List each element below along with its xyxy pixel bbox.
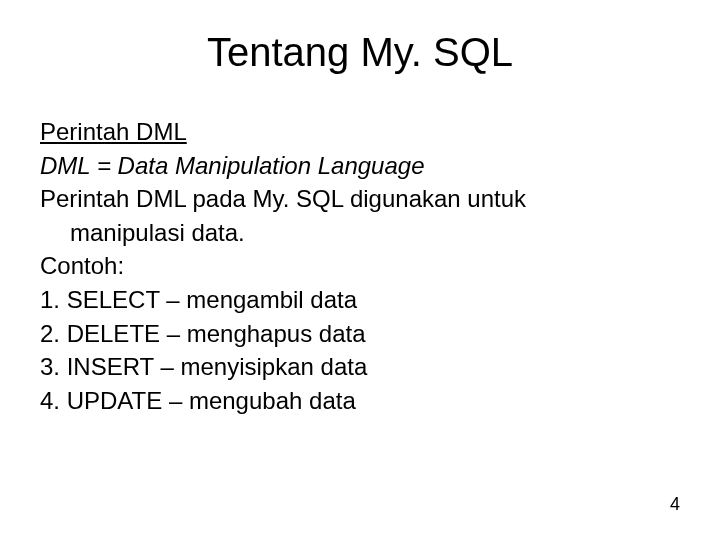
- slide-content: Perintah DML DML = Data Manipulation Lan…: [40, 115, 680, 417]
- slide-title: Tentang My. SQL: [40, 30, 680, 75]
- list-item: 1. SELECT – mengambil data: [40, 283, 680, 317]
- example-label: Contoh:: [40, 249, 680, 283]
- list-item: 2. DELETE – menghapus data: [40, 317, 680, 351]
- description-line-1: Perintah DML pada My. SQL digunakan untu…: [40, 182, 680, 216]
- slide-container: Tentang My. SQL Perintah DML DML = Data …: [0, 0, 720, 540]
- definition-text: DML = Data Manipulation Language: [40, 149, 680, 183]
- list-item: 4. UPDATE – mengubah data: [40, 384, 680, 418]
- list-item: 3. INSERT – menyisipkan data: [40, 350, 680, 384]
- page-number: 4: [670, 494, 680, 515]
- section-subtitle: Perintah DML: [40, 115, 680, 149]
- description-line-2: manipulasi data.: [40, 216, 680, 250]
